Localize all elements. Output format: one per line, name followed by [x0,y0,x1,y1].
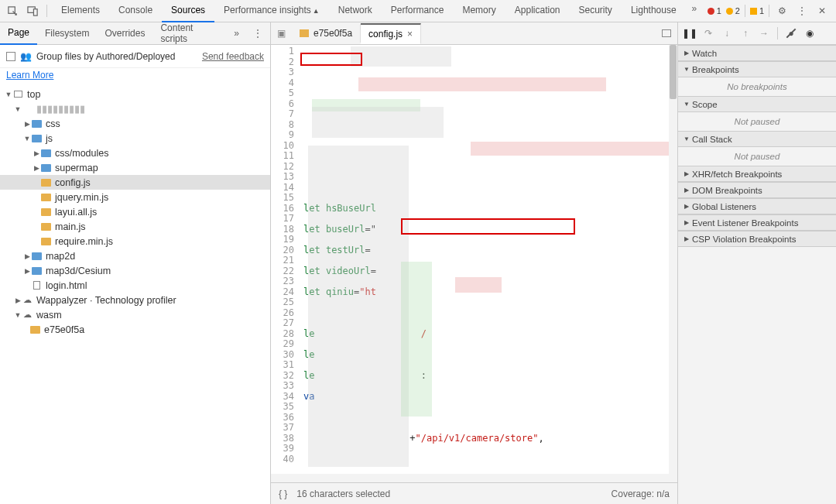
settings-gear-icon[interactable]: ⚙ [774,3,790,19]
site-icon [22,104,33,114]
tree-js-folder[interactable]: ▼js [0,131,270,146]
close-tab-icon[interactable]: × [407,29,413,39]
folder-icon [32,252,42,260]
tree-wasm[interactable]: ▼☁wasm [0,307,270,322]
folder-icon [32,135,42,142]
js-file-icon [41,208,51,216]
tree-supermap[interactable]: ▶supermap [0,160,270,175]
tab-performance[interactable]: Performance [382,0,454,22]
subtab-overrides[interactable]: Overrides [97,22,152,44]
file-tab-e75[interactable]: e75e0f5a [292,24,361,43]
inspect-icon[interactable] [6,5,19,17]
editor-panel: ▣ e75e0f5a config.js× 123456789101112131… [271,22,678,504]
section-xhr[interactable]: ▶XHR/fetch Breakpoints [678,166,836,182]
tab-perf-insights[interactable]: Performance insights▲ [214,0,329,22]
tab-security[interactable]: Security [570,0,622,22]
subtabs-overflow-icon[interactable]: » [228,24,245,43]
pixel-censor [312,107,444,138]
issues-count[interactable]: 1 [750,6,764,15]
js-file-icon [41,223,51,231]
svg-rect-2 [33,9,37,15]
group-files-checkbox[interactable] [6,52,15,61]
tabs-overflow-icon[interactable]: » [686,0,704,22]
tab-memory[interactable]: Memory [453,0,505,22]
step-into-icon[interactable]: ↓ [720,26,734,40]
step-out-icon[interactable]: ↑ [738,26,752,40]
kebab-menu-icon[interactable]: ⋮ [794,3,810,19]
section-dom[interactable]: ▶DOM Breakpoints [678,182,836,198]
tab-application[interactable]: Application [505,0,570,22]
editor-nav-icon[interactable]: ▣ [271,25,292,42]
pause-on-exceptions-icon[interactable]: ◉ [803,26,817,40]
code-editor[interactable]: 1234567891011121314151617181920212223242… [271,45,677,474]
tree-map3d[interactable]: ▶map3d/Cesium [0,263,270,278]
separator [777,27,778,39]
tab-network[interactable]: Network [329,0,382,22]
editor-scrollbar-h[interactable] [271,474,677,482]
pixel-censor [455,277,502,293]
issues-icon [750,8,757,15]
step-icon[interactable]: → [757,26,771,40]
deactivate-breakpoints-icon[interactable]: ● [784,26,798,40]
debugger-panel: ❚❚ ↷ ↓ ↑ → ● ◉ ▶Watch ▼Breakpoints No br… [678,22,836,504]
editor-tabs: ▣ e75e0f5a config.js× [271,22,677,45]
tree-layuiall[interactable]: layui.all.js [0,204,270,219]
cloud-icon: ☁ [22,310,33,320]
stream-icon[interactable] [662,29,671,37]
tree-e75[interactable]: e75e0f5a [0,322,270,337]
section-globallisteners[interactable]: ▶Global Listeners [678,198,836,214]
tree-wappalyzer[interactable]: ▶☁Wappalyzer · Technology profiler [0,293,270,307]
send-feedback-link[interactable]: Send feedback [202,51,264,62]
tab-elements[interactable]: Elements [52,0,109,22]
tree-domain[interactable]: ▼▮▮▮▮▮▮▮▮▮ [0,101,270,116]
error-count[interactable]: 1 [708,6,721,15]
callstack-body: Not paused [678,147,836,166]
separator [46,5,47,17]
close-icon[interactable]: ✕ [814,3,830,19]
tab-lighthouse[interactable]: Lighthouse [622,0,686,22]
pixel-censor [351,46,451,67]
section-breakpoints[interactable]: ▼Breakpoints [678,61,836,77]
js-file-icon [300,29,309,37]
tree-css-folder[interactable]: ▶css [0,116,270,131]
tree-mainjs[interactable]: main.js [0,219,270,234]
folder-icon [41,149,51,157]
folder-icon [41,164,51,172]
editor-scrollbar-v[interactable] [669,45,677,474]
devtools-topbar: Elements Console Sources Performance ins… [0,0,836,22]
tree-top[interactable]: ▼top [0,87,270,101]
selection-status: 16 characters selected [296,489,390,499]
pixel-censor [358,77,606,91]
learn-more-link[interactable]: Learn More [0,68,270,87]
tree-jquerymin[interactable]: jquery.min.js [0,190,270,204]
subtab-page[interactable]: Page [0,22,37,45]
tree-requiremin[interactable]: require.min.js [0,234,270,249]
section-eventlistener[interactable]: ▶Event Listener Breakpoints [678,214,836,231]
section-csp[interactable]: ▶CSP Violation Breakpoints [678,231,836,247]
left-kebab-icon[interactable]: ⋮ [245,24,270,43]
breakpoints-body: No breakpoints [678,77,836,96]
left-subtabs: Page Filesystem Overrides Content script… [0,22,270,45]
js-file-icon [41,238,51,245]
file-tab-configjs[interactable]: config.js× [361,23,421,44]
js-file-icon [41,179,51,187]
pretty-print-icon[interactable]: { } [279,489,287,499]
section-scope[interactable]: ▼Scope [678,96,836,112]
separator [769,5,769,17]
warning-count[interactable]: 2 [726,6,740,15]
tree-map2d[interactable]: ▶map2d [0,249,270,263]
section-watch[interactable]: ▶Watch [678,45,836,61]
line-gutter: 1234567891011121314151617181920212223242… [271,45,300,474]
pause-icon[interactable]: ❚❚ [683,26,697,40]
tree-cssmodules[interactable]: ▶css/modules [0,146,270,160]
tree-configjs[interactable]: config.js [0,175,270,190]
scrollbar-thumb[interactable] [670,45,677,99]
step-over-icon[interactable]: ↷ [701,26,715,40]
section-callstack[interactable]: ▼Call Stack [678,131,836,147]
group-files-label: Group files by Authored/Deployed [36,51,175,62]
frame-icon [14,91,22,98]
device-toggle-icon[interactable] [26,5,39,17]
code-area[interactable]: let hsBuseUrl let buseUrl=" let testUrl=… [300,45,677,474]
tree-loginhtml[interactable]: login.html [0,278,270,293]
subtab-filesystem[interactable]: Filesystem [37,22,97,44]
